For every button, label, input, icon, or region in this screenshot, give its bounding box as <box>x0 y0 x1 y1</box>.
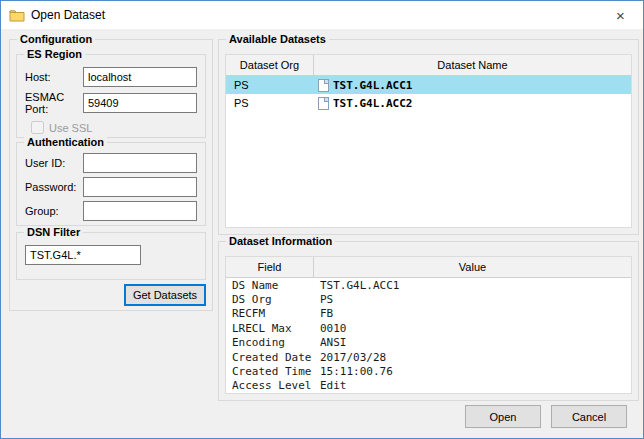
host-row: Host: <box>25 67 197 87</box>
info-row: LRECL Max0010 <box>226 321 631 335</box>
es-region-title: ES Region <box>24 48 85 61</box>
esmac-port-input[interactable] <box>83 93 197 113</box>
info-row: Created Time15:11:00.76 <box>226 364 631 378</box>
dataset-org-cell: PS <box>226 79 314 91</box>
column-header-dataset-name[interactable]: Dataset Name <box>314 55 631 75</box>
use-ssl-checkbox[interactable] <box>31 121 44 134</box>
close-icon: × <box>616 7 625 24</box>
host-label: Host: <box>25 71 83 83</box>
group-label: Group: <box>25 205 83 217</box>
dsn-filter-input[interactable] <box>25 245 141 265</box>
info-row: RECFMFB <box>226 307 631 321</box>
window-title: Open Dataset <box>31 8 105 22</box>
get-datasets-button[interactable]: Get Datasets <box>124 284 206 306</box>
info-value-cell: 15:11:00.76 <box>314 365 631 378</box>
open-button[interactable]: Open <box>465 405 541 428</box>
info-row: DS OrgPS <box>226 292 631 306</box>
group-row: Group: <box>25 201 197 221</box>
dataset-row[interactable]: PSTST.G4L.ACC1 <box>226 76 631 94</box>
dataset-org-cell: PS <box>226 97 314 109</box>
dataset-name-cell: TST.G4L.ACC1 <box>314 79 631 92</box>
available-datasets-table: Dataset Org Dataset Name PSTST.G4L.ACC1P… <box>225 54 632 228</box>
close-button[interactable]: × <box>598 1 643 29</box>
dataset-information-group: Dataset Information Field Value DS NameT… <box>218 241 639 401</box>
user-id-row: User ID: <box>25 153 197 173</box>
esmac-port-label: ESMAC Port: <box>25 91 83 115</box>
column-header-field: Field <box>226 257 314 277</box>
column-header-dataset-org[interactable]: Dataset Org <box>226 55 314 75</box>
info-field-cell: Encoding <box>226 336 314 349</box>
configuration-group: Configuration ES Region Host: ESMAC Port… <box>9 39 213 311</box>
dsn-filter-group: DSN Filter <box>16 232 206 280</box>
info-value-cell: PS <box>314 293 631 306</box>
dataset-information-title: Dataset Information <box>226 235 335 248</box>
dataset-info-body: DS NameTST.G4L.ACC1DS OrgPSRECFMFBLRECL … <box>226 278 631 393</box>
esmac-port-row: ESMAC Port: <box>25 93 197 113</box>
info-value-cell: ANSI <box>314 336 631 349</box>
use-ssl-row: Use SSL <box>31 121 205 134</box>
info-value-cell: Edit <box>314 379 631 392</box>
column-header-value: Value <box>314 257 631 277</box>
info-value-cell: 2017/03/28 <box>314 351 631 364</box>
user-id-input[interactable] <box>83 153 197 173</box>
host-input[interactable] <box>83 67 197 87</box>
available-datasets-header: Dataset Org Dataset Name <box>226 55 631 76</box>
document-icon <box>318 97 329 110</box>
dataset-information-header: Field Value <box>226 257 631 278</box>
info-field-cell: Created Time <box>226 365 314 378</box>
password-input[interactable] <box>83 177 197 197</box>
user-id-label: User ID: <box>25 157 83 169</box>
dataset-row[interactable]: PSTST.G4L.ACC2 <box>226 94 631 112</box>
use-ssl-label: Use SSL <box>49 122 92 134</box>
folder-icon <box>9 8 25 22</box>
password-row: Password: <box>25 177 197 197</box>
info-field-cell: DS Org <box>226 293 314 306</box>
authentication-title: Authentication <box>24 136 107 149</box>
info-value-cell: 0010 <box>314 322 631 335</box>
info-row: Access LevelEdit <box>226 379 631 393</box>
info-value-cell: TST.G4L.ACC1 <box>314 279 631 292</box>
available-datasets-group: Available Datasets Dataset Org Dataset N… <box>218 39 639 235</box>
dsn-filter-title: DSN Filter <box>24 226 83 239</box>
titlebar: Open Dataset × <box>1 1 643 29</box>
available-datasets-title: Available Datasets <box>226 33 329 46</box>
dataset-information-table: Field Value DS NameTST.G4L.ACC1DS OrgPSR… <box>225 256 632 394</box>
info-row: Created Date2017/03/28 <box>226 350 631 364</box>
info-field-cell: Created Date <box>226 351 314 364</box>
document-icon <box>318 79 329 92</box>
dataset-name-cell: TST.G4L.ACC2 <box>314 97 631 110</box>
dataset-name-text: TST.G4L.ACC1 <box>333 79 412 92</box>
open-dataset-window: Open Dataset × Configuration ES Region H… <box>0 0 644 439</box>
configuration-title: Configuration <box>17 33 95 46</box>
info-field-cell: RECFM <box>226 307 314 320</box>
info-field-cell: DS Name <box>226 279 314 292</box>
available-datasets-body: PSTST.G4L.ACC1PSTST.G4L.ACC2 <box>226 76 631 227</box>
info-field-cell: Access Level <box>226 379 314 392</box>
authentication-group: Authentication User ID: Password: Group: <box>16 142 206 226</box>
dataset-name-text: TST.G4L.ACC2 <box>333 97 412 110</box>
info-row: DS NameTST.G4L.ACC1 <box>226 278 631 292</box>
info-value-cell: FB <box>314 307 631 320</box>
es-region-group: ES Region Host: ESMAC Port: Use SSL <box>16 54 206 138</box>
info-row: EncodingANSI <box>226 336 631 350</box>
group-input[interactable] <box>83 201 197 221</box>
password-label: Password: <box>25 181 83 193</box>
info-field-cell: LRECL Max <box>226 322 314 335</box>
cancel-button[interactable]: Cancel <box>551 405 627 428</box>
